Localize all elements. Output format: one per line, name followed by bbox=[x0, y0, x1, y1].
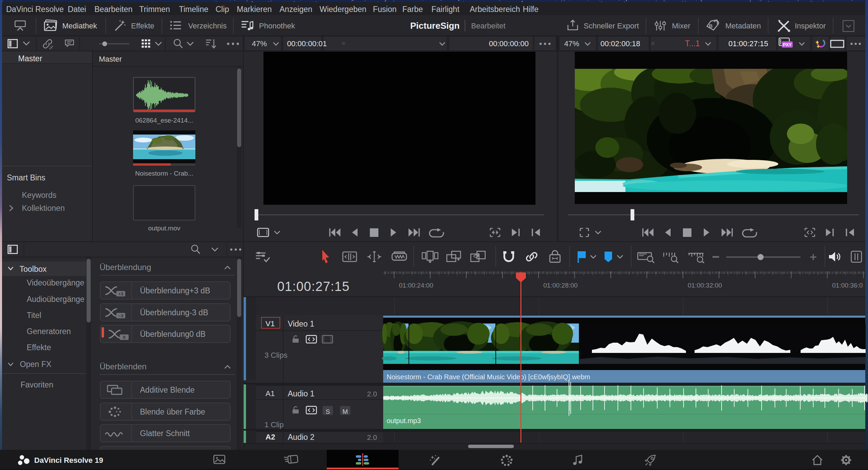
svg-text:B: B bbox=[709, 23, 713, 29]
svg-text:−3: −3 bbox=[118, 313, 124, 318]
svg-text:0: 0 bbox=[123, 335, 125, 340]
svg-text:PXY: PXY bbox=[783, 42, 792, 47]
